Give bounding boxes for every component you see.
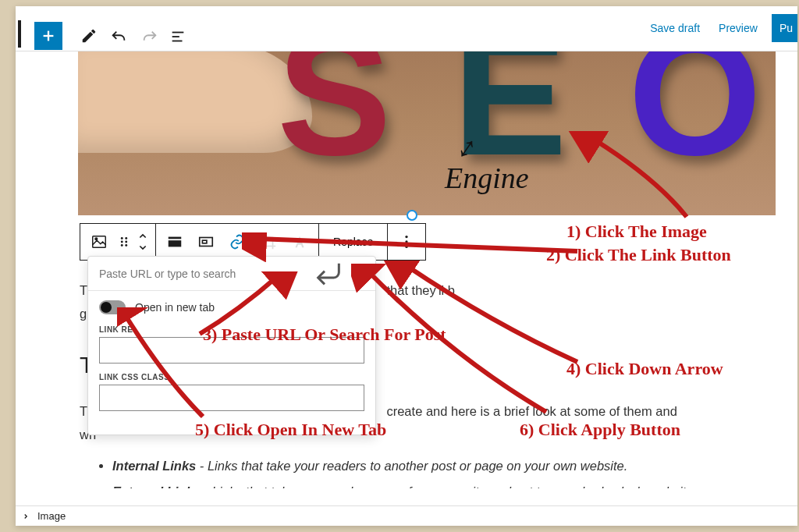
svg-point-9: [121, 241, 123, 243]
editor-content: S E O ↕ Engine Th that they'll b gr Tn T…: [78, 51, 776, 488]
top-right-actions: Save draft Preview Pu: [641, 6, 797, 50]
link-url-input[interactable]: [88, 268, 313, 280]
left-accent: [18, 20, 21, 48]
block-type-image-icon[interactable]: [83, 224, 115, 260]
post-image[interactable]: S E O ↕ Engine: [78, 51, 776, 215]
svg-rect-16: [202, 240, 207, 243]
list-item: Internal Links - Links that take your re…: [112, 455, 758, 478]
undo-button[interactable]: [109, 28, 128, 47]
image-letter-o: O: [628, 51, 757, 194]
top-toolbar: Save draft Preview Pu: [16, 6, 797, 51]
align-full-icon[interactable]: [159, 224, 190, 260]
crop-icon[interactable]: [253, 224, 284, 260]
svg-rect-13: [169, 237, 182, 239]
list-item: External Links - Links that take your re…: [112, 481, 758, 488]
block-breadcrumb[interactable]: Image: [16, 505, 797, 526]
svg-rect-14: [169, 240, 182, 246]
svg-point-8: [125, 237, 127, 239]
aspect-ratio-icon[interactable]: [190, 224, 222, 260]
document-outline-button[interactable]: [169, 27, 187, 46]
open-new-tab-label: Open in new tab: [135, 301, 215, 314]
insert-link-button[interactable]: [222, 224, 253, 260]
svg-point-6: [95, 238, 98, 240]
text-overlay-icon[interactable]: [284, 224, 315, 260]
image-letter-s: S: [277, 51, 387, 194]
move-arrows-icon[interactable]: [133, 224, 152, 260]
svg-point-11: [121, 244, 123, 246]
preview-link[interactable]: Preview: [709, 22, 767, 34]
link-rel-input[interactable]: [99, 337, 364, 364]
expand-options-button[interactable]: [344, 258, 375, 289]
svg-point-10: [125, 241, 127, 243]
drag-handle-icon[interactable]: [115, 224, 133, 260]
link-rel-label: LINK REL: [99, 325, 364, 334]
svg-point-19: [406, 246, 408, 248]
redo-button[interactable]: [140, 28, 159, 47]
link-css-label: LINK CSS CLASS: [99, 373, 364, 381]
link-css-input[interactable]: [99, 385, 364, 411]
open-new-tab-toggle[interactable]: [99, 300, 126, 314]
svg-point-18: [406, 240, 408, 243]
save-draft-link[interactable]: Save draft: [641, 22, 709, 34]
more-options-icon[interactable]: [391, 224, 422, 260]
breadcrumb-label: Image: [37, 510, 66, 522]
image-resize-handle[interactable]: [407, 210, 417, 221]
apply-link-button[interactable]: [313, 258, 344, 289]
image-engine-text: Engine: [445, 161, 529, 195]
body-p1-b: that they'll b: [386, 283, 455, 297]
replace-button[interactable]: Replace: [322, 224, 384, 260]
svg-point-7: [121, 237, 123, 239]
image-block-toolbar: Replace: [80, 223, 426, 261]
edit-mode-button[interactable]: [80, 27, 98, 45]
svg-point-12: [125, 244, 127, 246]
editor-frame: Save draft Preview Pu S E O ↕ Engine Th …: [16, 6, 797, 526]
svg-rect-15: [200, 238, 213, 246]
svg-point-17: [406, 236, 408, 238]
publish-button[interactable]: Pu: [772, 14, 797, 42]
link-popover: Open in new tab LINK REL LINK CSS CLASS: [87, 256, 376, 435]
body-p2-b: create and here is a brief look at some …: [386, 404, 676, 418]
chevron-right-icon: [22, 512, 30, 520]
add-block-button[interactable]: [34, 22, 62, 50]
